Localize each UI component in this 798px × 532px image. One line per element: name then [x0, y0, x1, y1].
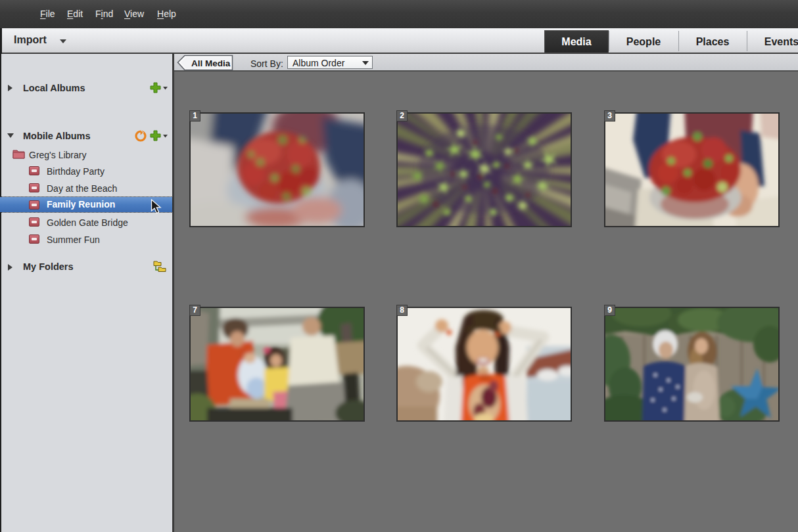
svg-text:All Media: All Media — [191, 58, 231, 68]
